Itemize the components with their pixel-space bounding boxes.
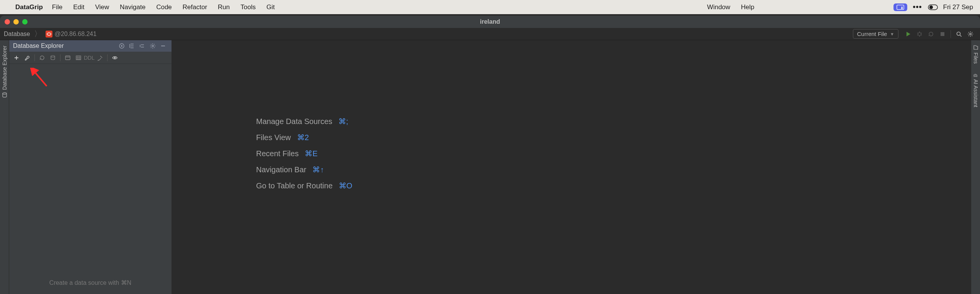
annotation-arrow-icon bbox=[28, 68, 51, 92]
svg-point-7 bbox=[957, 32, 960, 35]
panel-settings-icon[interactable] bbox=[148, 41, 157, 51]
welcome-shortcut: ⌘O bbox=[339, 181, 353, 190]
run-button[interactable] bbox=[903, 29, 913, 39]
right-rail-label: AI Assistant bbox=[973, 79, 979, 107]
menu-extras-icon[interactable]: ••• bbox=[913, 3, 922, 11]
toolbar-separator bbox=[60, 54, 60, 61]
collapse-all-icon[interactable] bbox=[138, 41, 147, 51]
toolbar-separator bbox=[107, 54, 108, 61]
ide-settings-button[interactable] bbox=[965, 29, 975, 39]
toolbar-separator bbox=[34, 54, 35, 61]
filter-button[interactable] bbox=[95, 53, 105, 63]
left-tool-rail: Database Explorer bbox=[0, 40, 9, 294]
welcome-shortcut: ⌘2 bbox=[297, 133, 309, 142]
menu-refactor[interactable]: Refactor bbox=[183, 3, 207, 11]
expand-all-icon[interactable] bbox=[127, 41, 137, 51]
welcome-label: Navigation Bar bbox=[256, 165, 306, 174]
sidebar-body: Create a data source with ⌘N bbox=[9, 64, 172, 294]
screen-share-icon[interactable] bbox=[893, 3, 907, 11]
welcome-row[interactable]: Files View ⌘2 bbox=[256, 133, 352, 142]
svg-line-17 bbox=[34, 71, 47, 86]
welcome-row[interactable]: Manage Data Sources ⌘; bbox=[256, 117, 352, 126]
welcome-row[interactable]: Go to Table or Routine ⌘O bbox=[256, 181, 352, 190]
datasource-properties-button[interactable] bbox=[22, 53, 32, 63]
left-rail-database-explorer-tab[interactable]: Database Explorer bbox=[1, 42, 8, 101]
menu-file[interactable]: File bbox=[52, 3, 62, 11]
divider bbox=[951, 30, 951, 38]
menu-view[interactable]: View bbox=[95, 3, 109, 11]
ddl-button[interactable]: DDL bbox=[84, 53, 94, 63]
right-tool-rail: Files @ AI Assistant bbox=[971, 40, 980, 294]
window-titlebar: ireland bbox=[0, 16, 980, 28]
welcome-row[interactable]: Navigation Bar ⌘↑ bbox=[256, 165, 352, 174]
welcome-row[interactable]: Recent Files ⌘E bbox=[256, 149, 352, 158]
svg-point-3 bbox=[929, 5, 933, 9]
navigation-bar: Database 〉 @20.86.68.241 Current File ▼ bbox=[0, 28, 980, 40]
welcome-label: Go to Table or Routine bbox=[256, 181, 333, 190]
welcome-shortcuts: Manage Data Sources ⌘; Files View ⌘2 Rec… bbox=[256, 117, 352, 190]
run-config-select[interactable]: Current File ▼ bbox=[853, 29, 898, 39]
welcome-label: Manage Data Sources bbox=[256, 117, 332, 126]
jump-to-console-button[interactable] bbox=[63, 53, 73, 63]
svg-point-13 bbox=[51, 56, 55, 57]
menu-window[interactable]: Window bbox=[707, 3, 730, 11]
right-rail-ai-assistant-tab[interactable]: @ AI Assistant bbox=[972, 69, 980, 109]
rerun-button[interactable] bbox=[926, 29, 936, 39]
right-rail-files-tab[interactable]: Files bbox=[972, 42, 980, 66]
view-table-button[interactable] bbox=[74, 53, 83, 63]
scroll-from-source-icon[interactable] bbox=[117, 41, 126, 51]
sidebar-title: Database Explorer bbox=[13, 42, 64, 49]
menu-navigate[interactable]: Navigate bbox=[120, 3, 145, 11]
svg-point-8 bbox=[970, 33, 971, 34]
svg-point-1 bbox=[901, 7, 903, 8]
welcome-label: Files View bbox=[256, 133, 291, 142]
menu-help[interactable]: Help bbox=[741, 3, 755, 11]
menu-run[interactable]: Run bbox=[218, 3, 230, 11]
run-config-label: Current File bbox=[857, 31, 887, 37]
welcome-label: Recent Files bbox=[256, 149, 299, 158]
app-name[interactable]: DataGrip bbox=[15, 3, 43, 11]
left-rail-label: Database Explorer bbox=[2, 46, 8, 90]
control-center-icon[interactable] bbox=[928, 4, 938, 10]
sidebar-toolbar: DDL bbox=[9, 52, 172, 64]
refresh-button[interactable] bbox=[37, 53, 47, 63]
editor-area: Manage Data Sources ⌘; Files View ⌘2 Rec… bbox=[172, 40, 971, 294]
right-rail-label: Files bbox=[973, 52, 979, 64]
menu-edit[interactable]: Edit bbox=[73, 3, 84, 11]
svg-rect-6 bbox=[941, 32, 944, 36]
close-window-button[interactable] bbox=[5, 19, 10, 24]
add-datasource-button[interactable] bbox=[11, 53, 21, 63]
search-button[interactable] bbox=[954, 29, 964, 39]
svg-point-4 bbox=[47, 33, 51, 35]
welcome-shortcut: ⌘; bbox=[338, 117, 348, 126]
sidebar-header: Database Explorer bbox=[9, 40, 172, 52]
breadcrumb: Database 〉 @20.86.68.241 bbox=[4, 29, 96, 39]
window-title: ireland bbox=[480, 18, 500, 25]
svg-point-12 bbox=[152, 45, 154, 47]
sidebar-empty-hint: Create a data source with ⌘N bbox=[9, 279, 172, 286]
menu-git[interactable]: Git bbox=[266, 3, 275, 11]
welcome-shortcut: ⌘↑ bbox=[312, 165, 324, 174]
breadcrumb-root[interactable]: Database bbox=[4, 31, 30, 38]
svg-point-11 bbox=[121, 45, 122, 47]
menu-code[interactable]: Code bbox=[156, 3, 172, 11]
chevron-down-icon: ▼ bbox=[890, 32, 894, 36]
stop-button[interactable] bbox=[938, 29, 947, 39]
breadcrumb-datasource[interactable]: @20.86.68.241 bbox=[55, 31, 97, 38]
svg-rect-14 bbox=[65, 56, 70, 60]
menu-tools[interactable]: Tools bbox=[240, 3, 256, 11]
minimize-window-button[interactable] bbox=[13, 19, 19, 24]
oracle-icon bbox=[46, 31, 52, 38]
stop-loading-button[interactable] bbox=[48, 53, 58, 63]
welcome-shortcut: ⌘E bbox=[305, 149, 317, 158]
macos-menubar: DataGrip File Edit View Navigate Code Re… bbox=[0, 0, 980, 14]
svg-point-16 bbox=[114, 57, 116, 59]
debug-button[interactable] bbox=[915, 29, 924, 39]
hide-panel-icon[interactable] bbox=[158, 41, 168, 51]
show-visualization-button[interactable] bbox=[110, 53, 120, 63]
database-explorer-panel: Database Explorer bbox=[9, 40, 172, 294]
zoom-window-button[interactable] bbox=[22, 19, 28, 24]
menubar-date[interactable]: Fri 27 Sep bbox=[943, 3, 973, 11]
svg-text:@: @ bbox=[973, 74, 978, 77]
svg-point-9 bbox=[3, 93, 7, 94]
